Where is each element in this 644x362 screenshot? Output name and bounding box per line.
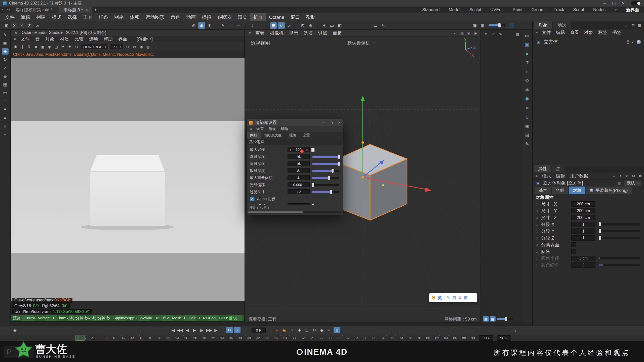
layout-item[interactable]: UVEdit [490, 7, 504, 12]
om-menu-item[interactable]: 书签 [610, 29, 624, 35]
octane-menu-item[interactable]: 帮助 [101, 36, 115, 42]
snapshot-icon[interactable]: ◉ [138, 44, 144, 50]
scatter-depth-field[interactable]: 8. [288, 168, 310, 173]
edges-mode-icon[interactable]: ≡ [2, 106, 9, 113]
filter-size-field[interactable]: 1.2 [288, 189, 310, 194]
lock-image-icon[interactable]: ⊠ [132, 44, 137, 50]
minimize-button[interactable]: ─ [603, 1, 606, 6]
dialog-tab[interactable]: 相机&成像 [261, 132, 285, 139]
layout-item-new-ui[interactable]: 新界面 [626, 7, 639, 13]
new-document-tab-button[interactable]: + [92, 7, 99, 13]
ime-logo[interactable]: S [432, 294, 435, 301]
segments-x-slider[interactable] [599, 223, 640, 225]
scatter-depth-slider[interactable] [312, 170, 339, 172]
segments-y-slider[interactable] [599, 230, 640, 232]
segments-z-field[interactable]: 1 [571, 235, 595, 241]
phong-tag-icon[interactable] [637, 40, 641, 44]
selection-frame-icon[interactable]: ▭ [524, 32, 531, 39]
attr-menu-item[interactable]: 模式 [539, 173, 553, 179]
wireframe-icon[interactable]: ▦ [459, 31, 465, 36]
split-view-icon[interactable]: ⊞ [466, 31, 472, 36]
color-swatch[interactable] [509, 23, 514, 28]
object-manager-tab[interactable]: 对象 [534, 21, 552, 29]
record-scale-button[interactable]: □ [303, 327, 310, 333]
snap-key-button[interactable]: ∪ [334, 327, 340, 333]
end-frame-field[interactable]: 90 F [479, 335, 493, 341]
next-frame-button[interactable]: ▶ [198, 327, 205, 333]
viewport-menu-item[interactable]: 显示 [286, 30, 301, 36]
ray-epsilon-field[interactable]: 0.0001 [288, 182, 310, 187]
attribute-section-tab[interactable]: 基本 [535, 187, 551, 194]
snap-tool-icon[interactable]: ∪ [2, 123, 9, 129]
menu-item[interactable]: 扩展 [250, 13, 266, 22]
ray-epsilon-slider[interactable] [312, 184, 339, 186]
loop-button[interactable]: ↻ [226, 327, 233, 333]
viewport-menu-item[interactable]: 过滤 [315, 30, 330, 36]
camera-menu-icon[interactable]: ⊞ [372, 40, 378, 45]
sort-icon[interactable]: ↕ [257, 22, 263, 29]
workplane-mode-icon[interactable]: ▭ [2, 90, 9, 96]
ime-language-toggle[interactable]: 英 [438, 295, 442, 301]
octane-settings-icon[interactable]: ✱ [13, 44, 18, 50]
kernel-type-header[interactable]: 路径追踪 [247, 139, 343, 145]
autokey-button[interactable]: ◉ [281, 327, 288, 333]
prev-key-button[interactable]: ◀◀ [177, 327, 183, 333]
stop-render-icon[interactable]: ■ [33, 44, 39, 50]
camera-icon[interactable]: ◉ [47, 44, 52, 50]
timeline-expand-icon[interactable]: ↘ [511, 327, 518, 333]
octane-panel-icon[interactable]: ≡ [12, 36, 18, 41]
separate-surfaces-checkbox[interactable] [571, 242, 576, 247]
next-key-button[interactable]: ▶▶ [206, 327, 213, 333]
grid-size-slider[interactable] [497, 318, 513, 320]
material-picker-icon[interactable]: ✚ [67, 44, 73, 50]
sound-button[interactable]: ♪ [234, 327, 240, 333]
render-region-icon[interactable]: ◫ [53, 44, 59, 50]
lock-viewport-icon[interactable]: ▣ [40, 44, 46, 50]
viewport-menu-item[interactable]: 查看 [253, 30, 267, 36]
tag-icon[interactable]: ◧ [336, 22, 343, 29]
lock-icon[interactable]: ⊠ [299, 22, 306, 29]
scale-tool-icon[interactable]: ⊿ [2, 65, 9, 71]
menu-item[interactable]: 样条 [96, 13, 111, 22]
object-manager-tab[interactable]: 场次 [553, 21, 571, 29]
axis-lock-button[interactable]: Z [26, 22, 33, 28]
preset-icon[interactable]: ▤ [616, 180, 622, 186]
add-target-dropdown-icon[interactable]: ▾ [60, 44, 66, 50]
segments-z-slider[interactable] [599, 237, 640, 239]
polygons-mode-icon[interactable]: ▲ [2, 115, 9, 121]
current-frame-field[interactable]: 0 F [252, 328, 266, 333]
magnet-icon[interactable]: ∪ [524, 114, 531, 120]
keyframe-selection-button[interactable]: ○ [288, 327, 295, 333]
layout-item[interactable]: Standard [422, 7, 439, 12]
render-settings-dialog[interactable]: 渲染器设置 ─ ▢ ✕ ≡ 设置预设帮助 内核相机&成像后期设置 路径追踪 最大… [247, 119, 343, 215]
dialog-tab[interactable]: 内核 [247, 132, 261, 139]
lock-icon[interactable]: ⊠ [631, 173, 636, 178]
save-image-icon[interactable]: ▤ [145, 44, 151, 50]
dialog-menu-item[interactable]: 预设 [266, 126, 278, 131]
specular-depth-slider[interactable] [312, 163, 339, 165]
size-z-field[interactable]: 200 cm [571, 215, 595, 220]
dialog-tab[interactable]: 设置 [299, 132, 313, 139]
back-icon[interactable]: ← [611, 173, 617, 178]
viewport-menu-item[interactable]: 面板 [330, 30, 345, 36]
display-mode-dropdown[interactable]: HDR/sRGB ▾ [81, 44, 109, 50]
white-balance-picker-icon[interactable]: ⊙ [125, 44, 131, 50]
menu-item[interactable]: 文件 [2, 13, 18, 22]
grid-scale-icon[interactable]: ▦ [490, 316, 496, 322]
specular-depth-field[interactable]: 16. [288, 161, 310, 166]
display-icon[interactable]: ⊞ [524, 132, 531, 139]
attribute-section-tab[interactable]: 对象 [569, 187, 585, 194]
camera-object-icon[interactable]: ◉ [524, 123, 531, 129]
menu-item[interactable]: 选择 [64, 13, 80, 22]
attribute-tab[interactable]: 层 [552, 165, 565, 172]
preview-end-frame-field[interactable]: 90 F [497, 335, 511, 341]
pick-icon[interactable]: ✎ [498, 31, 503, 36]
dialog-menu-item[interactable]: 帮助 [278, 126, 290, 131]
fillet-checkbox[interactable] [571, 249, 576, 254]
record-button[interactable]: ● [273, 327, 280, 333]
attr-menu-item[interactable]: 编辑 [553, 173, 568, 179]
make-editable-icon[interactable]: ✎ [2, 32, 9, 38]
text-tool-icon[interactable]: T [524, 59, 531, 66]
om-menu-item[interactable]: 标签 [596, 29, 610, 35]
close-button[interactable]: ✕ [622, 1, 625, 6]
